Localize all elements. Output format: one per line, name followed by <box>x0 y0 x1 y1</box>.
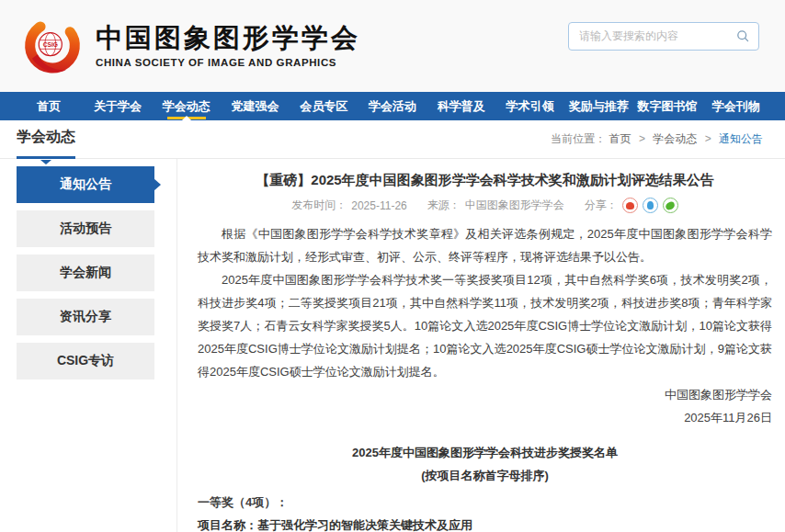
paragraph-intro: 根据《中国图象图形学学会科学技术奖章程》及相关评选条例规定，2025年度中国图象… <box>198 222 772 268</box>
nav-item-academic[interactable]: 学术引领 <box>495 92 564 120</box>
breadcrumb-prefix: 当前位置： <box>551 132 606 145</box>
site-title-cn: 中国图象图形学学会 <box>96 24 360 53</box>
nav-item-journals[interactable]: 学会刊物 <box>701 92 770 120</box>
publish-time-label: 发布时间： <box>291 198 347 213</box>
site-title-en: CHINA SOCIETY OF IMAGE AND GRAPHICS <box>96 57 360 68</box>
search-box[interactable] <box>568 22 759 51</box>
nav-item-news[interactable]: 学会动态 <box>152 92 221 120</box>
page-title: 学会动态 <box>17 128 77 158</box>
project-name-label: 项目名称： <box>198 518 257 532</box>
nav-item-library[interactable]: 数字图书馆 <box>633 92 702 120</box>
article-body: 根据《中国图象图形学学会科学技术奖章程》及相关评选条例规定，2025年度中国图象… <box>198 222 772 532</box>
publish-time-value: 2025-11-26 <box>351 199 407 212</box>
site-header: CSIG 中国图象图形学学会 CHINA SOCIETY OF IMAGE AN… <box>0 0 785 92</box>
sidebar-item-csig-interviews[interactable]: CSIG专访 <box>17 343 154 379</box>
award-list-title: 2025年度中国图象图形学学会科技进步奖授奖名单 <box>198 441 772 464</box>
source-label: 来源： <box>427 198 461 213</box>
logo-text: 中国图象图形学学会 CHINA SOCIETY OF IMAGE AND GRA… <box>96 24 360 69</box>
share-weibo-icon[interactable] <box>622 198 638 213</box>
sidebar: 通知公告 活动预告 学会新闻 资讯分享 CSIG专访 <box>17 166 154 532</box>
nav-item-members[interactable]: 会员专区 <box>290 92 358 120</box>
nav-item-awards[interactable]: 奖励与推荐 <box>564 92 633 120</box>
main-area: 通知公告 活动预告 学会新闻 资讯分享 CSIG专访 【重磅】2025年度中国图… <box>0 159 785 532</box>
sidebar-item-info-share[interactable]: 资讯分享 <box>17 299 154 335</box>
project-name-value: 基于强化学习的智能决策关键技术及应用 <box>257 518 472 532</box>
nav-item-party[interactable]: 党建强会 <box>221 92 290 120</box>
page: CSIG 中国图象图形学学会 CHINA SOCIETY OF IMAGE AN… <box>0 0 785 532</box>
breadcrumb-home[interactable]: 首页 <box>609 132 631 145</box>
csig-logo-icon: CSIG <box>18 14 86 78</box>
logo-badge: CSIG <box>43 41 58 48</box>
sidebar-item-society-news[interactable]: 学会新闻 <box>17 255 154 291</box>
signature-org: 中国图象图形学学会 <box>198 383 772 406</box>
breadcrumb-news[interactable]: 学会动态 <box>653 132 697 145</box>
search-icon[interactable] <box>735 28 750 43</box>
project-name-row: 项目名称：基于强化学习的智能决策关键技术及应用 <box>198 514 772 532</box>
paragraph-results: 2025年度中国图象图形学学会科学技术奖一等奖授奖项目12项，其中自然科学奖6项… <box>198 268 772 383</box>
share-wechat-icon[interactable] <box>663 198 678 213</box>
nav-item-science[interactable]: 科学普及 <box>427 92 495 120</box>
signature-date: 2025年11月26日 <box>198 406 772 429</box>
breadcrumb-current[interactable]: 通知公告 <box>719 132 763 145</box>
site-logo[interactable]: CSIG 中国图象图形学学会 CHINA SOCIETY OF IMAGE AN… <box>18 14 360 78</box>
article-meta: 发布时间： 2025-11-26 来源： 中国图象图形学学会 分享： <box>198 198 772 213</box>
main-nav: 首页 关于学会 学会动态 党建强会 会员专区 学会活动 科学普及 学术引领 奖励… <box>0 92 785 120</box>
breadcrumb-separator: > <box>639 132 645 145</box>
nav-item-about[interactable]: 关于学会 <box>84 92 153 120</box>
share-qq-icon[interactable] <box>643 198 658 213</box>
article: 【重磅】2025年度中国图象图形学学会科学技术奖和激励计划评选结果公告 发布时间… <box>176 159 785 532</box>
breadcrumb-separator: > <box>705 132 711 145</box>
nav-item-activities[interactable]: 学会活动 <box>358 92 427 120</box>
breadcrumb: 当前位置： 首页 > 学会动态 > 通知公告 <box>551 131 763 158</box>
grade-heading: 一等奖（4项）： <box>198 491 772 514</box>
search-input[interactable] <box>577 28 735 43</box>
nav-item-home[interactable]: 首页 <box>15 92 84 120</box>
sidebar-item-previews[interactable]: 活动预告 <box>17 210 154 247</box>
award-list-subtitle: (按项目名称首字母排序) <box>198 464 772 487</box>
share-label: 分享： <box>585 198 618 213</box>
article-title: 【重磅】2025年度中国图象图形学学会科学技术奖和激励计划评选结果公告 <box>198 172 772 189</box>
sidebar-item-notices[interactable]: 通知公告 <box>17 166 154 203</box>
section-header: 学会动态 当前位置： 首页 > 学会动态 > 通知公告 <box>0 120 785 159</box>
title-caret-icon <box>40 160 51 164</box>
source-value: 中国图象图形学学会 <box>465 198 564 213</box>
title-underline <box>17 156 75 159</box>
